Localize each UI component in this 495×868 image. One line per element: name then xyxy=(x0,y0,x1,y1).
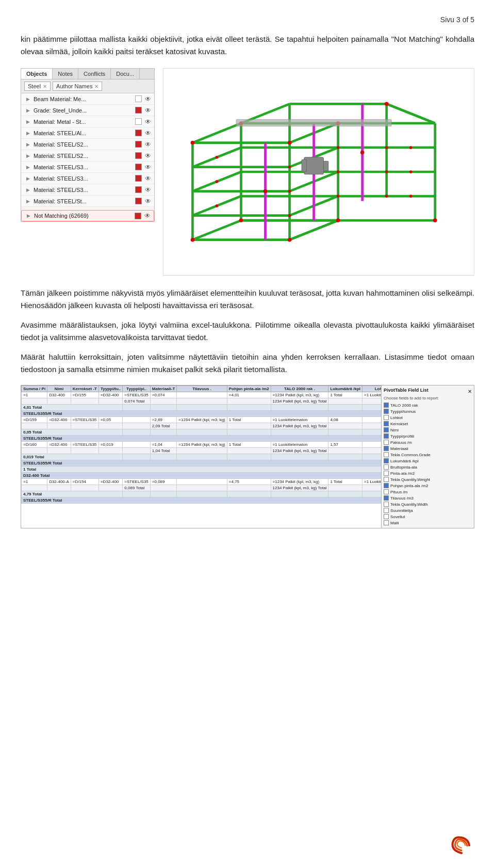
pivot-field-list: PivotTable Field List ✕ Choose fields to… xyxy=(381,385,474,528)
svg-rect-70 xyxy=(304,157,324,174)
pivot-close-icon[interactable]: ✕ xyxy=(468,389,472,394)
tab-conflicts[interactable]: Conflicts xyxy=(78,69,111,79)
pivot-checkbox[interactable] xyxy=(384,427,389,432)
table-row: =D/159=D32-400=STEEL/S35=0,05=2,69=1234 … xyxy=(22,417,382,423)
pivot-item-label: Tilavuus /m3 xyxy=(390,496,414,501)
col-nimi: Nimi xyxy=(47,386,71,392)
pivot-item[interactable]: Lohkot xyxy=(384,414,472,421)
svg-point-65 xyxy=(337,195,340,198)
list-item[interactable]: ▶ Material: Metal - St... 👁 xyxy=(21,116,154,127)
not-matching-item[interactable]: ▶ Not Matching (62669) 👁 xyxy=(21,210,154,221)
list-item[interactable]: ▶ Material: STEEL/St... 👁 xyxy=(21,196,154,207)
svg-point-45 xyxy=(336,218,340,222)
pivot-checkbox[interactable] xyxy=(384,458,389,463)
pivot-item[interactable]: Malli xyxy=(384,520,472,526)
eye-icon[interactable]: 👁 xyxy=(145,198,151,205)
pivot-checkbox[interactable] xyxy=(384,433,389,439)
eye-icon[interactable]: 👁 xyxy=(145,186,151,194)
pivot-checkbox[interactable] xyxy=(384,464,389,470)
pivot-item[interactable]: Lukumäärä /kpl xyxy=(384,458,472,464)
company-logo-svg xyxy=(449,835,474,856)
list-item[interactable]: ▶ Material: STEEL/S2... 👁 xyxy=(21,139,154,150)
item-color xyxy=(135,175,142,182)
pivot-checkbox[interactable] xyxy=(384,502,389,507)
pivot-checkbox[interactable] xyxy=(384,440,389,445)
eye-icon[interactable]: 👁 xyxy=(145,141,151,148)
pivot-item[interactable]: Pinta-ala /m2 xyxy=(384,470,472,476)
pivot-item[interactable]: Tilavuus /m3 xyxy=(384,495,472,501)
pivot-checkbox[interactable] xyxy=(384,514,389,519)
eye-icon[interactable]: 👁 xyxy=(145,107,151,114)
eye-icon[interactable]: 👁 xyxy=(144,212,151,219)
table-row: 0,074 Total1234 Palkit (kpl, m3, kg) Tot… xyxy=(22,398,382,405)
eye-icon[interactable]: 👁 xyxy=(145,175,151,182)
eye-icon[interactable]: 👁 xyxy=(145,130,151,137)
pivot-item[interactable]: TALO 2000 rak xyxy=(384,402,472,408)
pivot-item[interactable]: Pituus /m xyxy=(384,489,472,495)
pivot-checkbox[interactable] xyxy=(384,421,389,426)
table-row: =D/160=D32-400=STEEL/S35=0,019=1,04=1234… xyxy=(22,442,382,448)
list-item[interactable]: ▶ Grade: Steel_Unde... 👁 xyxy=(21,105,154,116)
table-row: =1D32-400=D/155=D32-400=STEEL/S35=0,074=… xyxy=(22,392,382,398)
table-row-total: 0,019 Total1,57 xyxy=(22,454,382,460)
pivot-item-label: Nimi xyxy=(390,428,399,432)
pivot-checkbox[interactable] xyxy=(384,452,389,457)
item-color xyxy=(135,186,142,193)
eye-icon[interactable]: 👁 xyxy=(145,164,151,171)
list-item[interactable]: ▶ Material: STEEL/S2... 👁 xyxy=(21,150,154,162)
pivot-item[interactable]: Kerrokset xyxy=(384,421,472,427)
pivot-checkbox[interactable] xyxy=(384,415,389,420)
pivot-item-label: Paksuus /m xyxy=(390,440,412,445)
list-item[interactable]: ▶ Material: STEEL/S3... 👁 xyxy=(21,184,154,196)
pivot-item[interactable]: Bruttopinta-ala xyxy=(384,464,472,470)
pivot-item[interactable]: Tekla Quantity.Weight xyxy=(384,476,472,483)
filter-steel-close[interactable]: ✕ xyxy=(43,84,47,89)
table-row-total: 4,79 Total7,25 xyxy=(22,491,382,497)
filter-author-names[interactable]: Author Names ✕ xyxy=(53,82,102,91)
pivot-item[interactable]: Tyyppi/profiili xyxy=(384,433,472,439)
pivot-item[interactable]: Nimi xyxy=(384,427,472,433)
excel-table: Summa / Pi Nimi Kerrokset -T Tyyppi/tu..… xyxy=(21,385,381,504)
pivot-checkbox[interactable] xyxy=(384,477,389,482)
item-checkbox[interactable] xyxy=(135,95,142,102)
table-row: 1,04 Total1234 Palkit (kpl, m3, kg) Tota… xyxy=(22,448,382,454)
pivot-checkbox[interactable] xyxy=(384,446,389,451)
svg-point-64 xyxy=(288,214,291,217)
svg-point-44 xyxy=(239,218,243,222)
pivot-item[interactable]: Paksuus /m xyxy=(384,439,472,445)
pivot-item[interactable]: Tekla Common.Grade xyxy=(384,452,472,458)
pivot-checkbox[interactable] xyxy=(384,520,389,525)
eye-icon[interactable]: 👁 xyxy=(145,95,151,103)
pivot-item[interactable]: Pohjan pinta-ala /m2 xyxy=(384,483,472,489)
svg-point-48 xyxy=(288,141,292,145)
pivot-item-label: Tyyppi/profiili xyxy=(390,434,414,439)
pivot-item[interactable]: Suunnittelija xyxy=(384,507,472,513)
filter-steel[interactable]: Steel ✕ xyxy=(24,82,51,91)
filter-author-names-close[interactable]: ✕ xyxy=(94,84,98,89)
pivot-checkbox[interactable] xyxy=(384,483,389,488)
list-item[interactable]: ▶ Beam Material: Me... 👁 xyxy=(21,93,154,105)
pivot-item[interactable]: Tyyppi/tunnus xyxy=(384,408,472,414)
pivot-checkbox[interactable] xyxy=(384,409,389,414)
pivot-item[interactable]: Materiaali xyxy=(384,445,472,452)
pivot-checkbox[interactable] xyxy=(384,508,389,513)
list-item[interactable]: ▶ Material: STEEL/S3... 👁 xyxy=(21,162,154,173)
pivot-checkbox[interactable] xyxy=(384,495,389,501)
item-checkbox[interactable] xyxy=(135,118,142,125)
pivot-checkbox[interactable] xyxy=(384,489,389,494)
eye-icon[interactable]: 👁 xyxy=(145,118,151,125)
eye-icon[interactable]: 👁 xyxy=(145,152,151,159)
not-matching-label: Not Matching (62669) xyxy=(34,213,135,219)
list-item[interactable]: ▶ Material: STEEL/S3... 👁 xyxy=(21,173,154,184)
pivot-item-label: Malli xyxy=(390,521,399,525)
pivot-item[interactable]: Tekla Quantity.Width xyxy=(384,501,472,507)
tab-docu[interactable]: Docu... xyxy=(111,69,140,79)
pivot-item[interactable]: Sovellut xyxy=(384,513,472,520)
pivot-item-label: Sovellut xyxy=(390,515,405,519)
tab-objects[interactable]: Objects xyxy=(21,69,53,79)
pivot-checkbox[interactable] xyxy=(384,471,389,476)
tab-notes[interactable]: Notes xyxy=(53,69,78,79)
pivot-checkbox[interactable] xyxy=(384,403,389,408)
panel-tabs: Objects Notes Conflicts Docu... xyxy=(21,69,154,79)
list-item[interactable]: ▶ Material: STEEL/Al... 👁 xyxy=(21,127,154,139)
